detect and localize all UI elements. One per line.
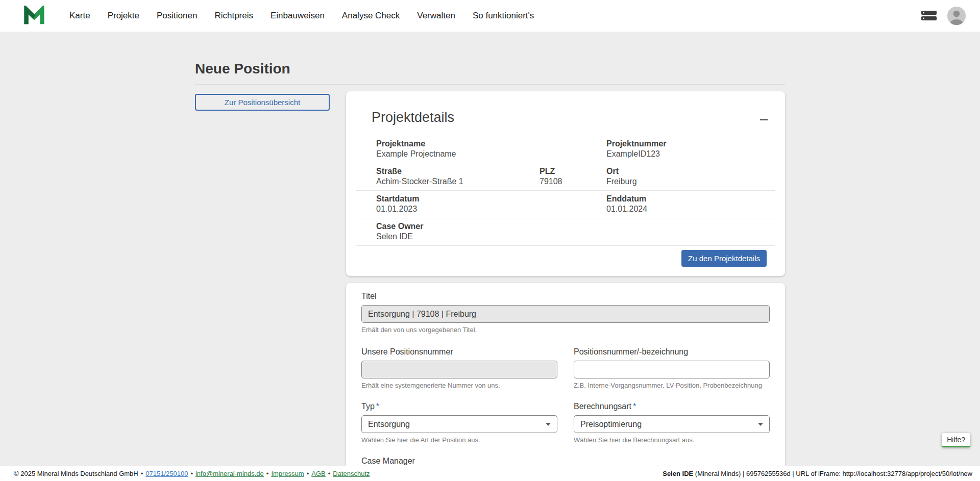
berechnungsart-select-value: Preisoptimierung bbox=[580, 420, 642, 429]
right-column: Projektdetails Projektname Example Proje… bbox=[346, 91, 785, 466]
titel-helper: Erhält den von uns vorgegebenen Titel. bbox=[361, 326, 770, 334]
plz-value: 79108 bbox=[540, 176, 606, 187]
positionsnummer-helper: Z.B. Interne-Vorgangsnummer, LV-Position… bbox=[574, 382, 770, 389]
logo-m-icon bbox=[23, 6, 45, 26]
footer-user-details: (Mineral Minds) | 69576255536d | URL of … bbox=[693, 470, 972, 477]
nav-menu: Karte Projekte Positionen Richtpreis Ein… bbox=[61, 11, 543, 21]
footer-separator: • bbox=[266, 470, 269, 477]
chevron-down-icon bbox=[546, 423, 551, 426]
footer-user-name: Selen IDE bbox=[663, 470, 693, 477]
enddatum-cell: Enddatum 01.01.2024 bbox=[606, 194, 775, 214]
berechnungsart-select[interactable]: Preisoptimierung bbox=[574, 415, 770, 433]
titel-input bbox=[361, 305, 770, 323]
top-nav: Karte Projekte Positionen Richtpreis Ein… bbox=[0, 0, 980, 32]
unsere-positionsnummer-input bbox=[361, 361, 557, 378]
left-column: Zur Positionsübersicht bbox=[195, 91, 346, 111]
footer-separator: • bbox=[307, 470, 309, 477]
typ-select[interactable]: Entsorgung bbox=[361, 415, 557, 433]
strasse-value: Achim-Stocker-Straße 1 bbox=[376, 176, 540, 187]
page-title: Neue Position bbox=[195, 32, 785, 77]
case-owner-label: Case Owner bbox=[376, 221, 606, 232]
typ-select-value: Entsorgung bbox=[368, 420, 410, 429]
avatar[interactable] bbox=[947, 7, 966, 25]
nav-item-projekte[interactable]: Projekte bbox=[99, 11, 148, 21]
footer-phone-link[interactable]: 07151/250100 bbox=[145, 470, 188, 477]
table-row: Startdatum 01.01.2023 Enddatum 01.01.202… bbox=[356, 191, 775, 218]
nav-item-verwalten[interactable]: Verwalten bbox=[408, 11, 464, 21]
ort-value: Freiburg bbox=[606, 176, 775, 187]
positionsnummer-group: Positionsnummer/-bezeichnung Z.B. Intern… bbox=[574, 347, 770, 389]
footer-legal: © 2025 Mineral Minds Deutschland GmbH • … bbox=[14, 470, 370, 477]
table-row: Case Owner Selen IDE bbox=[356, 218, 775, 246]
plz-cell: PLZ 79108 bbox=[540, 166, 606, 187]
title-divider bbox=[195, 84, 785, 85]
brand-logo[interactable] bbox=[23, 6, 45, 26]
nav-item-richtpreis[interactable]: Richtpreis bbox=[206, 11, 262, 21]
nav-item-karte[interactable]: Karte bbox=[61, 11, 99, 21]
nav-item-analyse-check[interactable]: Analyse Check bbox=[333, 11, 408, 21]
projektnummer-label: Projektnummer bbox=[606, 139, 775, 149]
startdatum-label: Startdatum bbox=[376, 194, 606, 204]
projektnummer-value: ExampleID123 bbox=[606, 149, 775, 159]
enddatum-value: 01.01.2024 bbox=[606, 204, 775, 214]
hilfe-button[interactable]: Hilfe? bbox=[942, 433, 970, 447]
zur-positionsuebersicht-button[interactable]: Zur Positionsübersicht bbox=[195, 94, 330, 111]
typ-helper: Wählen Sie hier die Art der Position aus… bbox=[361, 436, 557, 444]
nav-item-positionen[interactable]: Positionen bbox=[148, 11, 206, 21]
footer-session-info: Selen IDE (Mineral Minds) | 69576255536d… bbox=[663, 470, 972, 477]
case-manager-group: Case Manager bbox=[361, 456, 557, 466]
table-row: Projektname Example Projectname Projektn… bbox=[356, 136, 775, 163]
berechnungsart-group: Berechnungsart* Preisoptimierung Wählen … bbox=[574, 401, 770, 444]
footer-separator: • bbox=[190, 470, 193, 477]
unsere-positionsnummer-label: Unsere Positionsnummer bbox=[361, 347, 557, 357]
zu-den-projektdetails-button[interactable]: Zu den Projektdetails bbox=[681, 250, 767, 267]
chevron-down-icon bbox=[758, 423, 763, 426]
case-manager-label: Case Manager bbox=[361, 456, 557, 466]
form-grid: Unsere Positionsnummer Erhält eine syste… bbox=[361, 347, 770, 466]
user-icon bbox=[947, 7, 966, 25]
required-asterisk: * bbox=[376, 402, 379, 411]
footer: © 2025 Mineral Minds Deutschland GmbH • … bbox=[0, 466, 980, 481]
projektdetails-title: Projektdetails bbox=[372, 110, 775, 125]
nav-item-so-funktionierts[interactable]: So funktioniert's bbox=[464, 11, 543, 21]
projektname-value: Example Projectname bbox=[376, 149, 606, 159]
required-asterisk: * bbox=[633, 402, 636, 411]
strasse-cell: Straße Achim-Stocker-Straße 1 bbox=[356, 166, 540, 187]
ort-label: Ort bbox=[606, 166, 775, 176]
nav-right bbox=[921, 7, 966, 25]
footer-agb-link[interactable]: AGB bbox=[311, 470, 325, 477]
footer-impressum-link[interactable]: Impressum bbox=[271, 470, 304, 477]
footer-email-link[interactable]: info@mineral-minds.de bbox=[195, 470, 264, 477]
main-content: Neue Position Zur Positionsübersicht Pro… bbox=[0, 32, 980, 466]
projektname-cell: Projektname Example Projectname bbox=[356, 139, 606, 159]
projektdetails-card: Projektdetails Projektname Example Proje… bbox=[346, 91, 785, 276]
nav-item-einbauweisen[interactable]: Einbauweisen bbox=[262, 11, 333, 21]
projektname-label: Projektname bbox=[376, 139, 606, 149]
case-owner-value: Selen IDE bbox=[376, 232, 606, 242]
footer-datenschutz-link[interactable]: Datenschutz bbox=[333, 470, 370, 477]
ort-cell: Ort Freiburg bbox=[606, 166, 775, 187]
titel-field-group: Titel Erhält den von uns vorgegebenen Ti… bbox=[361, 291, 770, 334]
footer-copyright: © 2025 Mineral Minds Deutschland GmbH bbox=[14, 470, 138, 477]
position-form-card: Titel Erhält den von uns vorgegebenen Ti… bbox=[346, 283, 785, 466]
typ-label: Typ* bbox=[361, 401, 557, 411]
server-icon[interactable] bbox=[921, 10, 937, 22]
startdatum-cell: Startdatum 01.01.2023 bbox=[356, 194, 606, 214]
unsere-positionsnummer-group: Unsere Positionsnummer Erhält eine syste… bbox=[361, 347, 557, 389]
positionsnummer-input[interactable] bbox=[574, 361, 770, 378]
strasse-label: Straße bbox=[376, 166, 540, 176]
minus-icon bbox=[760, 119, 768, 121]
collapse-button[interactable] bbox=[756, 113, 771, 127]
typ-group: Typ* Entsorgung Wählen Sie hier die Art … bbox=[361, 401, 557, 444]
titel-label: Titel bbox=[361, 291, 770, 301]
berechnungsart-helper: Wählen Sie hier die Berechnungsart aus. bbox=[574, 436, 770, 444]
table-row: Straße Achim-Stocker-Straße 1 PLZ 79108 … bbox=[356, 163, 775, 191]
unsere-positionsnummer-helper: Erhält eine systemgenerierte Nummer von … bbox=[361, 382, 557, 389]
startdatum-value: 01.01.2023 bbox=[376, 204, 606, 214]
footer-separator: • bbox=[141, 470, 143, 477]
projektdetails-table: Projektname Example Projectname Projektn… bbox=[356, 136, 775, 246]
footer-separator: • bbox=[328, 470, 331, 477]
plz-label: PLZ bbox=[540, 166, 606, 176]
berechnungsart-label: Berechnungsart* bbox=[574, 401, 770, 411]
projektnummer-cell: Projektnummer ExampleID123 bbox=[606, 139, 775, 159]
